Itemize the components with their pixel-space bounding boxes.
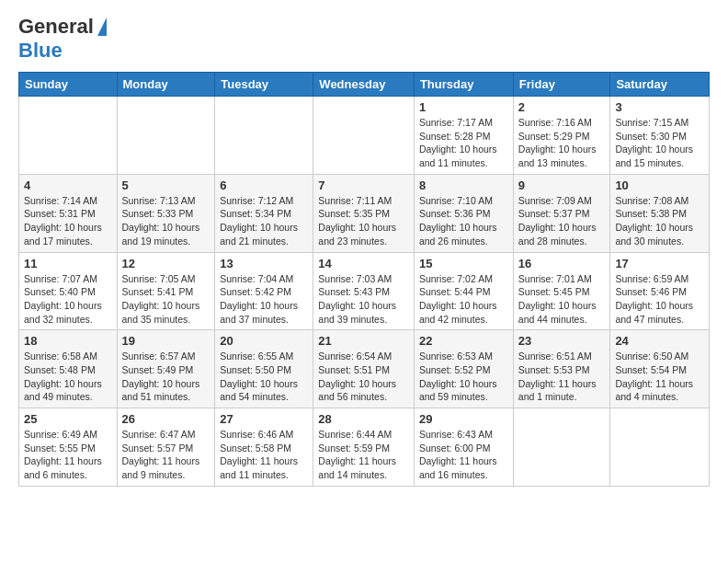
day-number: 2 — [518, 100, 606, 114]
day-info: Sunrise: 6:53 AMSunset: 5:52 PMDaylight:… — [419, 350, 508, 404]
day-number: 25 — [24, 412, 112, 426]
logo: General Blue — [18, 15, 107, 63]
day-info: Sunrise: 6:57 AMSunset: 5:49 PMDaylight:… — [122, 350, 210, 404]
weekday-header-wednesday: Wednesday — [313, 73, 415, 97]
day-info: Sunrise: 7:15 AMSunset: 5:30 PMDaylight:… — [615, 116, 704, 170]
calendar-day-8: 8Sunrise: 7:10 AMSunset: 5:36 PMDaylight… — [414, 174, 513, 252]
day-number: 28 — [318, 412, 409, 426]
day-info: Sunrise: 6:58 AMSunset: 5:48 PMDaylight:… — [24, 350, 112, 404]
day-number: 16 — [518, 257, 606, 270]
calendar-day-27: 27Sunrise: 6:46 AMSunset: 5:58 PMDayligh… — [215, 408, 313, 487]
day-info: Sunrise: 7:01 AMSunset: 5:45 PMDaylight:… — [518, 272, 606, 327]
day-info: Sunrise: 7:17 AMSunset: 5:28 PMDaylight:… — [419, 116, 508, 170]
calendar-day-12: 12Sunrise: 7:05 AMSunset: 5:41 PMDayligh… — [117, 252, 215, 330]
day-info: Sunrise: 7:16 AMSunset: 5:29 PMDaylight:… — [518, 116, 606, 170]
calendar-day-10: 10Sunrise: 7:08 AMSunset: 5:38 PMDayligh… — [610, 174, 710, 252]
calendar-day-13: 13Sunrise: 7:04 AMSunset: 5:42 PMDayligh… — [215, 252, 313, 330]
calendar-empty-cell — [19, 97, 118, 175]
calendar-day-22: 22Sunrise: 6:53 AMSunset: 5:52 PMDayligh… — [414, 330, 513, 408]
day-number: 17 — [615, 257, 704, 270]
day-info: Sunrise: 7:09 AMSunset: 5:37 PMDaylight:… — [518, 194, 606, 248]
day-info: Sunrise: 6:43 AMSunset: 6:00 PMDaylight:… — [419, 428, 508, 482]
day-info: Sunrise: 7:02 AMSunset: 5:44 PMDaylight:… — [419, 272, 508, 327]
day-info: Sunrise: 7:10 AMSunset: 5:36 PMDaylight:… — [419, 194, 508, 248]
weekday-header-friday: Friday — [513, 73, 610, 97]
calendar-day-17: 17Sunrise: 6:59 AMSunset: 5:46 PMDayligh… — [610, 252, 710, 330]
calendar-day-19: 19Sunrise: 6:57 AMSunset: 5:49 PMDayligh… — [117, 330, 215, 408]
day-info: Sunrise: 7:14 AMSunset: 5:31 PMDaylight:… — [24, 194, 112, 248]
day-number: 29 — [419, 412, 508, 426]
day-number: 18 — [24, 334, 112, 348]
day-info: Sunrise: 7:07 AMSunset: 5:40 PMDaylight:… — [24, 272, 112, 327]
day-number: 8 — [419, 178, 508, 192]
day-number: 1 — [419, 100, 508, 114]
calendar-day-21: 21Sunrise: 6:54 AMSunset: 5:51 PMDayligh… — [313, 330, 415, 408]
calendar-empty-cell — [215, 97, 313, 175]
day-number: 24 — [615, 334, 704, 348]
day-number: 14 — [318, 257, 409, 270]
day-number: 13 — [220, 257, 308, 270]
calendar-week-row: 11Sunrise: 7:07 AMSunset: 5:40 PMDayligh… — [19, 252, 710, 330]
logo-triangle-icon — [97, 17, 107, 36]
day-number: 20 — [220, 334, 308, 348]
calendar-day-6: 6Sunrise: 7:12 AMSunset: 5:34 PMDaylight… — [215, 174, 313, 252]
weekday-header-thursday: Thursday — [414, 73, 513, 97]
calendar-day-18: 18Sunrise: 6:58 AMSunset: 5:48 PMDayligh… — [19, 330, 118, 408]
weekday-header-tuesday: Tuesday — [215, 73, 313, 97]
calendar-empty-cell — [610, 408, 710, 487]
calendar-day-26: 26Sunrise: 6:47 AMSunset: 5:57 PMDayligh… — [117, 408, 215, 487]
day-number: 26 — [122, 412, 210, 426]
calendar-day-4: 4Sunrise: 7:14 AMSunset: 5:31 PMDaylight… — [19, 174, 118, 252]
day-number: 3 — [615, 100, 704, 114]
day-number: 9 — [518, 178, 606, 192]
day-number: 23 — [518, 334, 606, 348]
calendar-week-row: 18Sunrise: 6:58 AMSunset: 5:48 PMDayligh… — [19, 330, 710, 408]
day-number: 6 — [220, 178, 308, 192]
calendar-empty-cell — [513, 408, 610, 487]
day-number: 12 — [122, 257, 210, 270]
calendar-week-row: 1Sunrise: 7:17 AMSunset: 5:28 PMDaylight… — [19, 97, 710, 175]
calendar-day-16: 16Sunrise: 7:01 AMSunset: 5:45 PMDayligh… — [513, 252, 610, 330]
weekday-header-saturday: Saturday — [610, 73, 710, 97]
calendar-day-24: 24Sunrise: 6:50 AMSunset: 5:54 PMDayligh… — [610, 330, 710, 408]
weekday-header-row: SundayMondayTuesdayWednesdayThursdayFrid… — [19, 73, 710, 97]
calendar-day-25: 25Sunrise: 6:49 AMSunset: 5:55 PMDayligh… — [19, 408, 118, 487]
calendar-day-7: 7Sunrise: 7:11 AMSunset: 5:35 PMDaylight… — [313, 174, 415, 252]
day-number: 7 — [318, 178, 409, 192]
page-header: General Blue — [18, 15, 710, 63]
calendar-table: SundayMondayTuesdayWednesdayThursdayFrid… — [18, 72, 710, 487]
day-info: Sunrise: 6:54 AMSunset: 5:51 PMDaylight:… — [318, 350, 409, 404]
day-info: Sunrise: 6:55 AMSunset: 5:50 PMDaylight:… — [220, 350, 308, 404]
day-info: Sunrise: 6:44 AMSunset: 5:59 PMDaylight:… — [318, 428, 409, 482]
day-info: Sunrise: 7:12 AMSunset: 5:34 PMDaylight:… — [220, 194, 308, 248]
calendar-day-29: 29Sunrise: 6:43 AMSunset: 6:00 PMDayligh… — [414, 408, 513, 487]
day-number: 21 — [318, 334, 409, 348]
calendar-day-11: 11Sunrise: 7:07 AMSunset: 5:40 PMDayligh… — [19, 252, 118, 330]
day-info: Sunrise: 7:04 AMSunset: 5:42 PMDaylight:… — [220, 272, 308, 327]
day-info: Sunrise: 7:05 AMSunset: 5:41 PMDaylight:… — [122, 272, 210, 327]
calendar-empty-cell — [117, 97, 215, 175]
calendar-empty-cell — [313, 97, 415, 175]
day-info: Sunrise: 7:11 AMSunset: 5:35 PMDaylight:… — [318, 194, 409, 248]
day-info: Sunrise: 6:47 AMSunset: 5:57 PMDaylight:… — [122, 428, 210, 482]
day-info: Sunrise: 7:13 AMSunset: 5:33 PMDaylight:… — [122, 194, 210, 248]
day-number: 5 — [122, 178, 210, 192]
calendar-week-row: 4Sunrise: 7:14 AMSunset: 5:31 PMDaylight… — [19, 174, 710, 252]
day-number: 19 — [122, 334, 210, 348]
day-number: 27 — [220, 412, 308, 426]
logo-blue-text: Blue — [18, 39, 63, 63]
calendar-day-20: 20Sunrise: 6:55 AMSunset: 5:50 PMDayligh… — [215, 330, 313, 408]
calendar-day-5: 5Sunrise: 7:13 AMSunset: 5:33 PMDaylight… — [117, 174, 215, 252]
day-number: 11 — [24, 257, 112, 270]
day-info: Sunrise: 6:51 AMSunset: 5:53 PMDaylight:… — [518, 350, 606, 404]
calendar-day-2: 2Sunrise: 7:16 AMSunset: 5:29 PMDaylight… — [513, 97, 610, 175]
day-info: Sunrise: 7:08 AMSunset: 5:38 PMDaylight:… — [615, 194, 704, 248]
day-info: Sunrise: 6:46 AMSunset: 5:58 PMDaylight:… — [220, 428, 308, 482]
day-number: 10 — [615, 178, 704, 192]
day-info: Sunrise: 6:50 AMSunset: 5:54 PMDaylight:… — [615, 350, 704, 404]
calendar-day-3: 3Sunrise: 7:15 AMSunset: 5:30 PMDaylight… — [610, 97, 710, 175]
day-number: 22 — [419, 334, 508, 348]
calendar-day-28: 28Sunrise: 6:44 AMSunset: 5:59 PMDayligh… — [313, 408, 415, 487]
day-info: Sunrise: 6:49 AMSunset: 5:55 PMDaylight:… — [24, 428, 112, 482]
calendar-day-15: 15Sunrise: 7:02 AMSunset: 5:44 PMDayligh… — [414, 252, 513, 330]
